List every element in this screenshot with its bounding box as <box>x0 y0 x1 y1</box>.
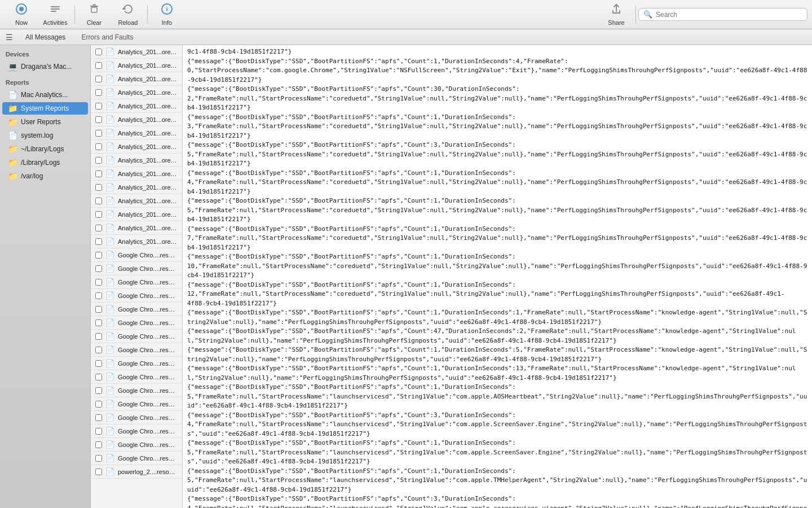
file-list-item[interactable]: 📄 Analytics_201...ore_analytics <box>91 208 182 221</box>
file-list-item[interactable]: 📄 Google Chro....resource.diag <box>91 316 182 330</box>
file-checkbox[interactable] <box>95 62 102 69</box>
file-checkbox[interactable] <box>95 198 102 204</box>
file-list-item[interactable]: 📄 Analytics_201...ore_analytics <box>91 221 182 235</box>
file-checkbox[interactable] <box>95 238 102 245</box>
file-list-item[interactable]: 📄 Analytics_201...ore_analytics <box>91 45 182 59</box>
file-checkbox[interactable] <box>95 76 102 82</box>
file-list-item[interactable]: 📄 Google Chro....resource.diag <box>91 303 182 316</box>
file-checkbox[interactable] <box>95 319 102 326</box>
share-button[interactable]: Share <box>599 1 633 28</box>
file-checkbox[interactable] <box>95 455 102 462</box>
file-checkbox[interactable] <box>95 306 102 313</box>
activities-label: Activities <box>43 19 67 26</box>
file-name-label: Google Chro....resource.diag <box>118 319 178 326</box>
filter-errors-faults[interactable]: Errors and Faults <box>78 32 136 42</box>
sidebar-item-user-reports[interactable]: 📁 User Reports <box>2 116 88 128</box>
file-checkbox[interactable] <box>95 401 102 408</box>
info-button[interactable]: i Info <box>150 1 184 28</box>
sidebar-toggle[interactable]: ☰ <box>6 33 13 42</box>
file-checkbox[interactable] <box>95 103 102 110</box>
file-checkbox[interactable] <box>95 292 102 299</box>
file-checkbox[interactable] <box>95 130 102 137</box>
clear-label: Clear <box>87 19 102 26</box>
svg-rect-4 <box>51 11 56 12</box>
file-checkbox[interactable] <box>95 143 102 150</box>
search-input[interactable] <box>656 11 802 19</box>
file-list-item[interactable]: 📄 Google Chro....resource.diag <box>91 438 182 452</box>
file-list-item[interactable]: 📄 Google Chro....resource.diag <box>91 452 182 465</box>
file-name-label: Google Chro....resource.diag <box>118 455 178 462</box>
file-name-label: Google Chro....resource.diag <box>118 306 178 313</box>
svg-rect-7 <box>93 5 95 6</box>
file-type-icon: 📄 <box>105 129 114 137</box>
file-list-item[interactable]: 📄 Analytics_201...ore_analytics <box>91 59 182 72</box>
clear-button[interactable]: Clear <box>77 1 111 28</box>
file-checkbox[interactable] <box>95 49 102 55</box>
file-list-item[interactable]: 📄 Google Chro....resource.diag <box>91 384 182 397</box>
folder-icon: 📁 <box>8 144 17 154</box>
file-list-item[interactable]: 📄 Google Chro....resource.diag <box>91 397 182 411</box>
file-checkbox[interactable] <box>95 157 102 164</box>
file-list-item[interactable]: 📄 Google Chro....resource.diag <box>91 275 182 289</box>
file-checkbox[interactable] <box>95 347 102 353</box>
sidebar-item-label: /Library/Logs <box>21 159 60 167</box>
sidebar-item-system-reports[interactable]: 📁 System Reports <box>2 102 88 115</box>
sidebar-item-user-library-logs[interactable]: 📁 ~/Library/Logs <box>2 143 88 155</box>
search-icon: 🔍 <box>643 10 652 19</box>
file-list-item[interactable]: 📄 Google Chro....resource.diag <box>91 289 182 303</box>
file-checkbox[interactable] <box>95 279 102 286</box>
file-checkbox[interactable] <box>95 387 102 394</box>
file-list-item[interactable]: 📄 Analytics_201...ore_analytics <box>91 113 182 126</box>
activities-button[interactable]: Activities <box>38 1 72 28</box>
file-list-item[interactable]: 📄 Google Chro....resource.diag <box>91 343 182 357</box>
sidebar-item-library-logs[interactable]: 📁 /Library/Logs <box>2 156 88 169</box>
file-checkbox[interactable] <box>95 428 102 435</box>
now-button[interactable]: Now <box>5 1 38 28</box>
file-list-item[interactable]: 📄 Google Chro....resource.diag <box>91 357 182 370</box>
file-name-label: Google Chro....resource.diag <box>118 333 178 340</box>
filter-all-messages[interactable]: All Messages <box>22 32 69 42</box>
file-list-item[interactable]: 📄 Google Chro....resource.diag <box>91 411 182 424</box>
file-list-item[interactable]: 📄 powerlog_2....resource.diag <box>91 465 182 479</box>
file-type-icon: 📄 <box>105 142 114 151</box>
file-checkbox[interactable] <box>95 225 102 231</box>
file-list-item[interactable]: 📄 Analytics_201...ore_analytics <box>91 154 182 167</box>
sidebar-item-draganas-mac[interactable]: 💻 Dragana's Mac... <box>2 60 88 73</box>
file-checkbox[interactable] <box>95 360 102 367</box>
file-checkbox[interactable] <box>95 211 102 218</box>
file-checkbox[interactable] <box>95 89 102 96</box>
reload-button[interactable]: Reload <box>111 1 145 28</box>
file-checkbox[interactable] <box>95 116 102 123</box>
svg-point-1 <box>19 7 24 11</box>
sidebar-item-system-log[interactable]: 📄 system.log <box>2 129 88 142</box>
file-checkbox[interactable] <box>95 170 102 177</box>
file-checkbox[interactable] <box>95 414 102 421</box>
file-checkbox[interactable] <box>95 252 102 259</box>
file-checkbox[interactable] <box>95 184 102 191</box>
file-list-item[interactable]: 📄 Google Chro....resource.diag <box>91 248 182 262</box>
file-name-label: Analytics_201...ore_analytics <box>118 76 178 82</box>
file-checkbox[interactable] <box>95 441 102 448</box>
file-list-item[interactable]: 📄 Google Chro....resource.diag <box>91 262 182 275</box>
file-checkbox[interactable] <box>95 468 102 475</box>
sidebar-item-mac-analytics[interactable]: 📄 Mac Analytics... <box>2 89 88 101</box>
sidebar-item-var-log[interactable]: 📁 /var/log <box>2 170 88 182</box>
file-list-item[interactable]: 📄 Analytics_201...ore_analytics <box>91 126 182 140</box>
file-list-item[interactable]: 📄 Analytics_201...ore_analytics <box>91 167 182 181</box>
now-label: Now <box>15 19 28 26</box>
file-list-item[interactable]: 📄 Analytics_201...ore_analytics <box>91 235 182 248</box>
file-list-item[interactable]: 📄 Analytics_201...ore_analytics <box>91 194 182 208</box>
file-list-item[interactable]: 📄 Google Chro....resource.diag <box>91 370 182 384</box>
text-content[interactable]: 9c1-4f88-9cb4-19d1851f2217"} {"message":… <box>183 45 812 508</box>
file-list-item[interactable]: 📄 Analytics_201...ore_analytics <box>91 99 182 113</box>
file-name-label: Analytics_201...ore_analytics <box>118 62 178 69</box>
file-checkbox[interactable] <box>95 374 102 380</box>
file-list-item[interactable]: 📄 Analytics_201...ore_analytics <box>91 181 182 194</box>
file-list-item[interactable]: 📄 Analytics_201...ore_analytics <box>91 86 182 99</box>
file-list-item[interactable]: 📄 Google Chro....resource.diag <box>91 424 182 438</box>
file-list-item[interactable]: 📄 Analytics_201...ore_analytics <box>91 72 182 86</box>
file-checkbox[interactable] <box>95 265 102 272</box>
file-list-item[interactable]: 📄 Analytics_201...ore_analytics <box>91 140 182 154</box>
file-checkbox[interactable] <box>95 333 102 340</box>
file-list-item[interactable]: 📄 Google Chro....resource.diag <box>91 330 182 343</box>
